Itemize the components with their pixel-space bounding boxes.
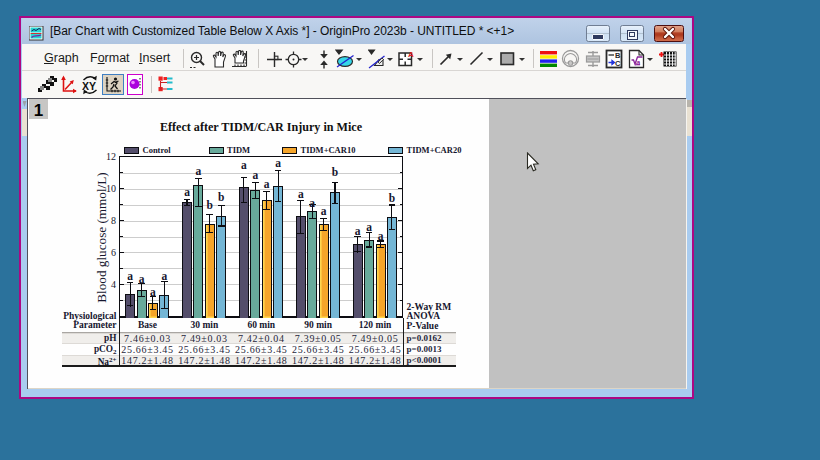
svg-text:A: A xyxy=(408,50,414,59)
svg-text:C: C xyxy=(615,59,621,68)
